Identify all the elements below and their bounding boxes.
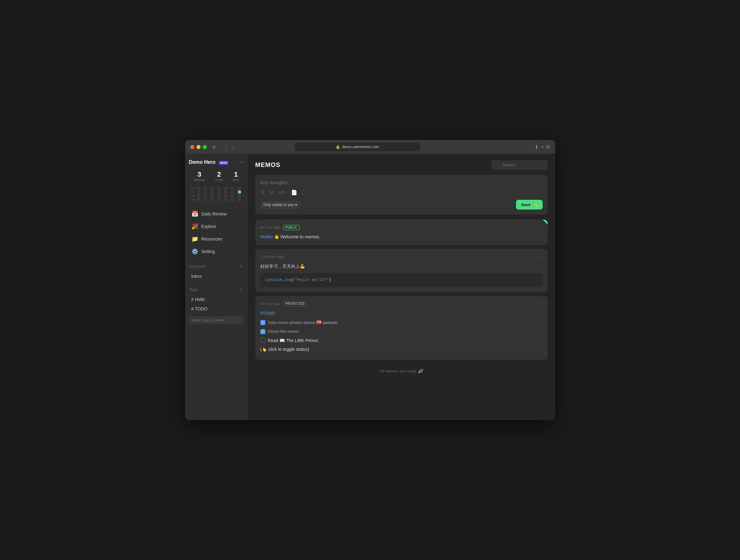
browser-window: ⊞ ‹ › 🔒 demo.usememos.com ⬆ + ⧉ Demo Her… bbox=[185, 140, 555, 420]
tabs-button[interactable]: ⧉ bbox=[546, 144, 550, 150]
cal-cell bbox=[210, 187, 214, 190]
cal-label-sun: Sun bbox=[189, 187, 196, 190]
code-block: console.log("Hello world!") bbox=[260, 273, 543, 287]
fullscreen-tool-button[interactable]: ⛶ bbox=[301, 189, 308, 196]
forward-button[interactable]: › bbox=[230, 143, 236, 151]
sidebar-item-explore[interactable]: 🎉 Explore bbox=[189, 220, 244, 232]
user-section: Demo Hero MOD ··· bbox=[189, 159, 244, 165]
todo-checkbox-3[interactable] bbox=[260, 338, 265, 343]
sidebar-item-resources[interactable]: 📁 Resources bbox=[189, 233, 244, 245]
user-info: Demo Hero MOD bbox=[189, 160, 229, 165]
add-tag-button[interactable]: + bbox=[238, 286, 244, 292]
sidebar-item-setting[interactable]: ⚙️ Setting bbox=[189, 246, 244, 258]
todo-item-3[interactable]: Read 📖 The Little Prince; bbox=[260, 337, 543, 344]
tag-tool-button[interactable]: # bbox=[260, 189, 266, 196]
stats-row: 3 MEMOS 2 TAGS 1 DAY bbox=[189, 170, 244, 182]
save-label: Save bbox=[521, 202, 530, 207]
user-name: Demo Hero bbox=[189, 160, 215, 165]
all-memos-ready: all memos are ready 🎉 bbox=[255, 364, 548, 378]
shortcuts-section-header: Shortcuts + bbox=[189, 263, 244, 269]
todo-item-1[interactable]: ✓ Take more photos about 🌇 sunset; bbox=[260, 319, 543, 326]
main-content: MEMOS 🔍 # ☑ </> 📄 ⛶ bbox=[248, 154, 555, 420]
memo-time-1: an hour ago bbox=[260, 225, 280, 229]
checkbox-tool-button[interactable]: ☑ bbox=[268, 189, 275, 196]
tag-todo-label: # TODO bbox=[191, 306, 208, 311]
cal-cell bbox=[231, 187, 234, 190]
save-pen-icon: ✏️ bbox=[533, 202, 538, 207]
memo-tag-hello[interactable]: #Hello bbox=[260, 234, 273, 239]
memo-tag-todo[interactable]: #TODO bbox=[260, 311, 275, 316]
memo-time-2: 2 minutes ago bbox=[260, 255, 284, 259]
cal-row-thu: Thu bbox=[189, 194, 244, 197]
compose-footer: Only visible to you ▾ Save ✏️ bbox=[260, 200, 543, 209]
sidebar-item-daily-review[interactable]: 📅 Daily Review bbox=[189, 208, 244, 220]
shortcut-inbox-label: inbox bbox=[191, 274, 202, 279]
memo-more-button-3[interactable]: ··· bbox=[538, 301, 542, 307]
compose-input[interactable] bbox=[260, 180, 543, 185]
search-input[interactable] bbox=[491, 160, 548, 170]
compose-box: # ☑ </> 📄 ⛶ Only visible to you ▾ Save bbox=[255, 175, 548, 214]
cal-cell bbox=[224, 187, 227, 190]
memo-corner-indicator bbox=[543, 219, 548, 224]
cal-cell bbox=[210, 198, 214, 201]
cal-cell bbox=[217, 194, 220, 197]
more-options-button[interactable]: ··· bbox=[239, 159, 244, 165]
resources-label: Resources bbox=[201, 237, 222, 242]
tag-item-hello[interactable]: # Hello bbox=[189, 295, 244, 304]
memo-header-2: 2 minutes ago ··· bbox=[260, 254, 543, 260]
tags-title: Tags bbox=[189, 287, 197, 292]
all-ready-text: all memos are ready 🎉 bbox=[380, 369, 423, 373]
cal-cell bbox=[231, 194, 234, 197]
new-tab-button[interactable]: + bbox=[541, 144, 544, 150]
close-button[interactable] bbox=[190, 145, 194, 149]
code-paren-open: ( bbox=[292, 278, 294, 282]
todo-item-2[interactable]: ✓ Clean the room; bbox=[260, 328, 543, 335]
page-title: MEMOS bbox=[255, 161, 281, 169]
file-tool-button[interactable]: 📄 bbox=[290, 189, 298, 196]
memo-content-2: 好好学习，天天向上💪 console.log("Hello world!") bbox=[260, 263, 543, 287]
save-button[interactable]: Save ✏️ bbox=[516, 200, 542, 209]
shortcut-item-inbox[interactable]: inbox bbox=[189, 272, 244, 281]
cal-cell bbox=[217, 198, 220, 201]
memo-more-button-1[interactable]: ··· bbox=[538, 224, 542, 230]
todo-hint-text: (👆 click to toggle status) bbox=[260, 346, 309, 353]
cal-cell bbox=[197, 194, 200, 197]
tags-label: TAGS bbox=[215, 179, 223, 182]
tag-create-input[interactable] bbox=[189, 316, 244, 324]
explore-icon: 🎉 bbox=[191, 223, 198, 230]
mod-badge: MOD bbox=[219, 161, 228, 165]
add-shortcut-button[interactable]: + bbox=[238, 263, 244, 269]
todo-checkbox-2[interactable]: ✓ bbox=[260, 329, 265, 334]
cal-cell bbox=[204, 187, 207, 190]
minimize-button[interactable] bbox=[196, 145, 200, 149]
url-text: demo.usememos.com bbox=[342, 145, 379, 149]
tag-hello-label: # Hello bbox=[191, 297, 205, 302]
code-tool-button[interactable]: </> bbox=[277, 189, 287, 196]
stat-memos: 3 MEMOS bbox=[194, 170, 205, 182]
cal-cell bbox=[210, 190, 214, 194]
memo-time-3: an hour ago bbox=[260, 302, 280, 306]
app-body: Demo Hero MOD ··· 3 MEMOS 2 TAGS 1 DAY bbox=[185, 154, 555, 420]
memo-badge-protected: PROTECTED bbox=[283, 301, 307, 306]
memo-more-button-2[interactable]: ··· bbox=[538, 254, 542, 260]
todo-checkbox-1[interactable]: ✓ bbox=[260, 320, 265, 325]
todo-text-3: Read 📖 The Little Prince; bbox=[268, 337, 319, 344]
address-bar[interactable]: 🔒 demo.usememos.com bbox=[295, 143, 420, 151]
memos-list: # ☑ </> 📄 ⛶ Only visible to you ▾ Save bbox=[248, 175, 555, 420]
tags-count: 2 bbox=[215, 170, 223, 179]
maximize-button[interactable] bbox=[203, 145, 207, 149]
cal-cell bbox=[204, 190, 207, 194]
sidebar-toggle-button[interactable]: ⊞ bbox=[210, 144, 218, 151]
visibility-button[interactable]: Only visible to you ▾ bbox=[260, 201, 300, 209]
titlebar: ⊞ ‹ › 🔒 demo.usememos.com ⬆ + ⧉ bbox=[185, 140, 555, 154]
search-wrapper: 🔍 bbox=[491, 160, 548, 170]
cal-cell bbox=[224, 198, 227, 201]
tags-section-header: Tags + bbox=[189, 286, 244, 292]
back-button[interactable]: ‹ bbox=[224, 143, 229, 151]
tag-item-todo[interactable]: # TODO bbox=[189, 304, 244, 313]
days-count: 1 bbox=[233, 170, 239, 179]
memos-count: 3 bbox=[194, 170, 205, 179]
cal-cell bbox=[231, 190, 234, 194]
share-button[interactable]: ⬆ bbox=[535, 144, 539, 150]
cal-cell bbox=[204, 198, 207, 201]
